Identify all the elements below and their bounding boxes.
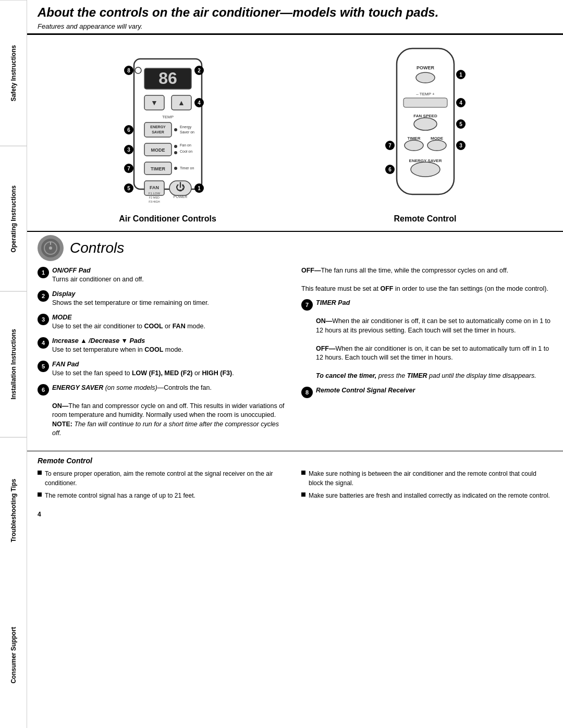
svg-text:POWER: POWER <box>416 65 434 70</box>
svg-point-16 <box>174 151 177 154</box>
svg-text:⏻: ⏻ <box>176 182 185 192</box>
svg-text:4: 4 <box>459 100 462 106</box>
control-item-7: 7 TIMER Pad ON—When the air conditioner … <box>301 299 553 381</box>
control-item-2: 2 Display Shows the set temperature or t… <box>38 290 289 308</box>
remote-label: Remote Control <box>394 214 457 224</box>
remote-bullet-text-4: Make sure batteries are fresh and instal… <box>309 491 550 500</box>
svg-text:6: 6 <box>388 167 391 172</box>
svg-text:MODE: MODE <box>151 147 165 153</box>
controls-header: Controls <box>38 235 553 261</box>
diagrams-row: 86 ▼ ▲ TEMP ENERGY SAVER MODE <box>27 35 563 226</box>
svg-point-61 <box>411 162 440 177</box>
control-text-7: TIMER Pad ON—When the air conditioner is… <box>316 299 553 381</box>
controls-title: Controls <box>70 240 124 256</box>
control-text-1: ON/OFF Pad Turns air conditioner on and … <box>52 266 289 285</box>
remote-control-section: Remote Control To ensure proper operatio… <box>27 451 563 509</box>
bullet-icon-2 <box>38 492 42 497</box>
control-item-5: 5 FAN Pad Use to set the fan speed to LO… <box>38 360 289 378</box>
svg-point-3 <box>135 67 141 73</box>
subtitle: Features and appearance will vary. <box>38 22 553 30</box>
svg-text:Cool on: Cool on <box>180 150 192 153</box>
control-item-3: 3 MODE Use to set the air conditioner to… <box>38 313 289 331</box>
svg-text:– TEMP +: – TEMP + <box>416 92 435 96</box>
controls-right-col: OFF—The fan runs all the time, while the… <box>301 266 553 443</box>
svg-text:7: 7 <box>127 166 130 171</box>
remote-svg: POWER – TEMP + FAN SPEED TIMER MODE ENER… <box>368 43 483 210</box>
controls-content: 1 ON/OFF Pad Turns air conditioner on an… <box>38 266 553 443</box>
remote-bullet-4: Make sure batteries are fresh and instal… <box>301 491 553 500</box>
remote-bullet-text-2: The remote control signal has a range of… <box>45 491 195 500</box>
sidebar: Safety Instructions Operating Instructio… <box>0 0 27 728</box>
control-item-4: 4 Increase ▲ /Decrease ▼ Pads Use to set… <box>38 337 289 355</box>
remote-bullet-2: The remote control signal has a range of… <box>38 491 289 500</box>
remote-bullet-text-1: To ensure proper operation, aim the remo… <box>45 469 289 488</box>
svg-text:F2 MED: F2 MED <box>149 196 159 199</box>
svg-point-55 <box>414 118 437 130</box>
control-num-5: 5 <box>38 361 49 372</box>
control-text-6: ENERGY SAVER (on some models)—Controls t… <box>52 384 289 438</box>
control-text-3: MODE Use to set the air conditioner to C… <box>52 313 289 331</box>
svg-point-15 <box>174 145 177 148</box>
svg-text:Energy: Energy <box>180 125 192 129</box>
svg-text:▼: ▼ <box>151 98 158 107</box>
svg-text:4: 4 <box>198 100 201 106</box>
controls-icon <box>38 235 64 261</box>
sidebar-consumer: Consumer Support <box>0 583 27 728</box>
remote-bullet-text-3: Make sure nothing is between the air con… <box>309 469 553 488</box>
svg-text:2: 2 <box>198 68 201 73</box>
svg-text:Saver on: Saver on <box>180 130 194 134</box>
svg-text:1: 1 <box>459 72 462 78</box>
bullet-icon-4 <box>301 492 305 497</box>
control-text-4: Increase ▲ /Decrease ▼ Pads Use to set t… <box>52 337 289 355</box>
svg-text:7: 7 <box>388 143 391 149</box>
svg-point-51 <box>416 72 435 83</box>
svg-text:▲: ▲ <box>178 98 185 107</box>
control-num-2: 2 <box>38 290 49 302</box>
control-num-1: 1 <box>38 267 49 278</box>
svg-text:5: 5 <box>459 121 462 127</box>
svg-text:SAVER: SAVER <box>152 130 164 134</box>
svg-point-12 <box>174 128 177 131</box>
sidebar-safety: Safety Instructions <box>0 0 27 146</box>
svg-text:3: 3 <box>127 147 130 153</box>
control-num-8: 8 <box>301 387 313 398</box>
sidebar-operating: Operating Instructions <box>0 146 27 292</box>
svg-text:Fan on: Fan on <box>180 143 191 147</box>
controls-section: Controls 1 ON/OFF Pad Turns air conditio… <box>27 231 563 443</box>
svg-text:ENERGY: ENERGY <box>150 125 166 129</box>
sidebar-troubleshooting: Troubleshooting Tips <box>0 437 27 583</box>
control-num-3: 3 <box>38 314 49 325</box>
remote-cols: To ensure proper operation, aim the remo… <box>38 469 553 503</box>
svg-text:3: 3 <box>459 143 462 149</box>
svg-point-77 <box>49 246 52 250</box>
svg-text:POWER: POWER <box>173 195 187 199</box>
control-num-6: 6 <box>38 384 49 396</box>
svg-text:FAN: FAN <box>150 185 159 190</box>
page-title: About the controls on the air conditione… <box>38 5 553 20</box>
svg-point-58 <box>405 140 423 151</box>
page-number: 4 <box>27 509 563 520</box>
remote-section-title: Remote Control <box>38 456 553 465</box>
svg-text:F3 HIGH: F3 HIGH <box>149 200 160 203</box>
main-content: About the controls on the air conditione… <box>27 0 563 728</box>
bullet-icon-1 <box>38 471 42 475</box>
svg-text:Timer on: Timer on <box>180 166 194 170</box>
remote-col-left: To ensure proper operation, aim the remo… <box>38 469 289 503</box>
remote-bullet-1: To ensure proper operation, aim the remo… <box>38 469 289 488</box>
svg-point-19 <box>174 167 177 170</box>
control-text-8: Remote Control Signal Receiver <box>316 386 553 396</box>
control-text-2: Display Shows the set temperature or tim… <box>52 290 289 308</box>
remote-bullet-3: Make sure nothing is between the air con… <box>301 469 553 488</box>
svg-text:8: 8 <box>127 68 130 73</box>
remote-col-right: Make sure nothing is between the air con… <box>301 469 553 503</box>
control-item-6: 6 ENERGY SAVER (on some models)—Controls… <box>38 384 289 438</box>
svg-text:5: 5 <box>127 186 130 191</box>
svg-text:1: 1 <box>198 186 201 191</box>
svg-text:86: 86 <box>158 69 177 88</box>
controls-left-col: 1 ON/OFF Pad Turns air conditioner on an… <box>38 266 289 443</box>
bullet-icon-3 <box>301 471 305 475</box>
ac-unit-label: Air Conditioner Controls <box>119 214 216 224</box>
control-item-8: 8 Remote Control Signal Receiver <box>301 386 553 398</box>
control-num-4: 4 <box>38 337 49 349</box>
ac-unit-diagram: 86 ▼ ▲ TEMP ENERGY SAVER MODE <box>108 43 228 226</box>
